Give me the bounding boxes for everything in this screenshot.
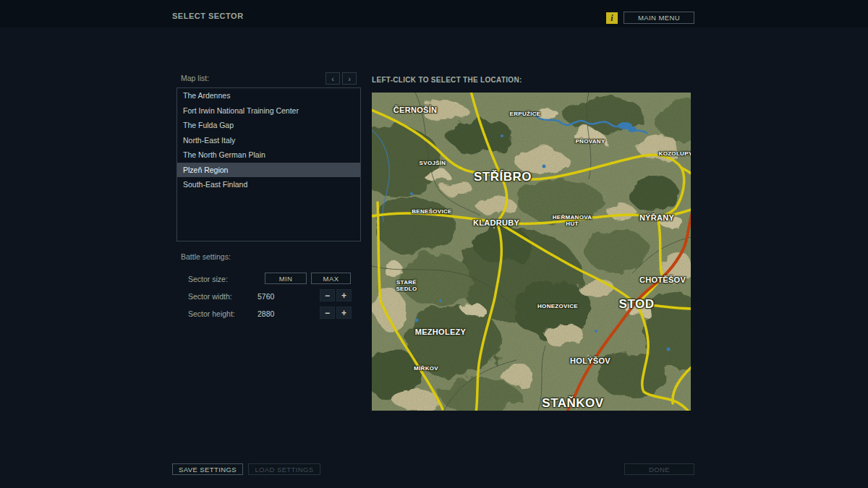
plus-icon: + bbox=[341, 291, 346, 301]
map-list-item[interactable]: North-East Italy bbox=[177, 133, 360, 148]
map-list-next-button[interactable]: › bbox=[342, 72, 357, 85]
sector-height-label: Sector height: bbox=[188, 309, 235, 318]
minus-icon: − bbox=[325, 308, 330, 318]
terrain-map-graphic bbox=[372, 93, 691, 411]
minus-icon: − bbox=[325, 291, 330, 301]
select-sector-screen: SELECT SECTOR i MAIN MENU Map list: ‹ › … bbox=[0, 0, 868, 488]
map-list-item[interactable]: The Fulda Gap bbox=[177, 118, 360, 133]
map-list-item[interactable]: South-East Finland bbox=[177, 177, 360, 192]
map-instruction: LEFT-CLICK TO SELECT THE LOCATION: bbox=[372, 76, 522, 84]
done-button[interactable]: DONE bbox=[624, 463, 694, 475]
save-settings-button[interactable]: SAVE SETTINGS bbox=[172, 463, 243, 475]
top-bar: SELECT SECTOR i MAIN MENU bbox=[0, 0, 868, 27]
map-list-item[interactable]: Plzeň Region bbox=[177, 163, 360, 178]
info-button[interactable]: i bbox=[606, 12, 618, 24]
battle-settings-label: Battle settings: bbox=[181, 252, 231, 261]
sector-size-min-button[interactable]: MIN bbox=[265, 273, 307, 284]
map-list-prev-button[interactable]: ‹ bbox=[326, 72, 340, 85]
main-menu-button[interactable]: MAIN MENU bbox=[624, 12, 694, 24]
map-list-item[interactable]: Fort Irwin National Training Center bbox=[177, 103, 360, 119]
sector-size-label: Sector size: bbox=[188, 275, 228, 283]
sector-width-increase-button[interactable]: + bbox=[336, 289, 352, 301]
plus-icon: + bbox=[341, 308, 346, 318]
terrain-texture bbox=[372, 93, 691, 411]
sector-width-value: 5760 bbox=[258, 292, 274, 301]
map-list-item[interactable]: The North German Plain bbox=[177, 147, 360, 163]
load-settings-button[interactable]: LOAD SETTINGS bbox=[248, 463, 320, 475]
chevron-right-icon: › bbox=[348, 74, 351, 83]
map-list-item[interactable]: The Ardennes bbox=[177, 88, 360, 103]
sector-height-decrease-button[interactable]: − bbox=[320, 307, 335, 319]
page-title: SELECT SECTOR bbox=[172, 12, 244, 20]
sector-height-value: 2880 bbox=[258, 309, 274, 318]
sector-size-max-button[interactable]: MAX bbox=[311, 273, 351, 284]
sector-map[interactable]: ČERNOŠÍNERPUŽICEPŇOVANYKOZOLUPYSVOJŠÍNST… bbox=[372, 93, 691, 411]
map-list: The ArdennesFort Irwin National Training… bbox=[176, 87, 361, 241]
sector-height-increase-button[interactable]: + bbox=[336, 307, 352, 319]
chevron-left-icon: ‹ bbox=[331, 74, 334, 83]
map-list-label: Map list: bbox=[181, 74, 209, 82]
sector-width-label: Sector width: bbox=[188, 292, 232, 301]
sector-width-decrease-button[interactable]: − bbox=[320, 289, 335, 301]
